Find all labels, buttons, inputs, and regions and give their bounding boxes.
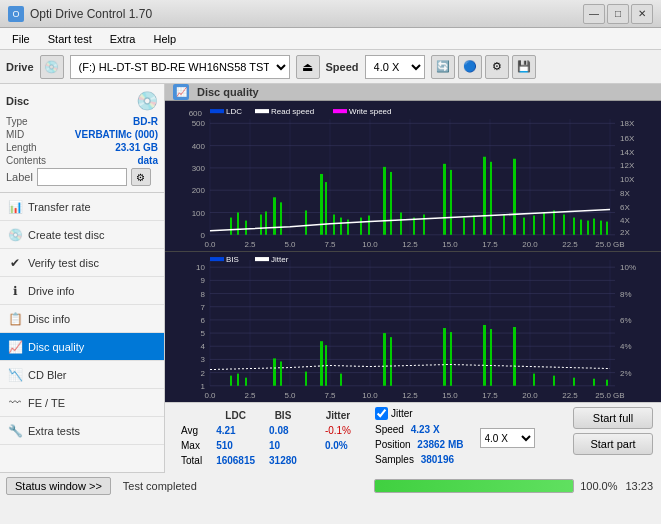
disc-length-label: Length [6,142,37,153]
disc-title: Disc [6,95,29,107]
disc-header: Disc 💿 [6,90,158,112]
svg-text:15.0: 15.0 [442,391,458,400]
jitter-checkbox-row: Jitter [375,407,464,420]
sidebar-item-cd-bler-label: CD Bler [28,369,67,381]
app-title: Opti Drive Control 1.70 [30,7,152,21]
disc-mid-value: VERBATIMc (000) [75,129,158,140]
speed-label: Speed [326,61,359,73]
start-full-button[interactable]: Start full [573,407,653,429]
menu-help[interactable]: Help [145,31,184,47]
sidebar-item-disc-quality[interactable]: 📈 Disc quality [0,333,164,361]
svg-rect-79 [580,220,582,235]
test-icon[interactable]: 🔵 [458,55,482,79]
svg-rect-60 [383,167,386,235]
samples-label: Samples [375,454,414,465]
sidebar-item-create-test-disc[interactable]: 💿 Create test disc [0,221,164,249]
svg-text:18X: 18X [620,119,635,128]
svg-rect-142 [280,361,282,385]
disc-type-label: Type [6,116,28,127]
menu-file[interactable]: File [4,31,38,47]
speed-stat-row: Speed 4.23 X [375,424,464,435]
app-icon: O [8,6,24,22]
svg-rect-77 [563,215,565,235]
svg-text:100: 100 [192,208,206,217]
svg-text:3: 3 [201,355,206,364]
speed-stat-label: Speed [375,424,404,435]
start-buttons: Start full Start part [573,407,653,469]
svg-text:0.0: 0.0 [204,240,216,249]
sidebar-item-drive-info[interactable]: ℹ Drive info [0,277,164,305]
nav-items: 📊 Transfer rate 💿 Create test disc ✔ Ver… [0,193,164,472]
menu-extra[interactable]: Extra [102,31,144,47]
svg-text:12.5: 12.5 [402,240,418,249]
svg-rect-153 [513,327,516,386]
svg-rect-155 [553,376,555,386]
svg-rect-147 [383,333,386,386]
svg-rect-150 [450,332,452,386]
svg-text:4X: 4X [620,216,630,225]
svg-rect-148 [390,337,392,386]
svg-text:Write speed: Write speed [349,107,392,116]
jitter-checkbox-label: Jitter [391,408,413,419]
refresh-icon[interactable]: 🔄 [431,55,455,79]
svg-rect-152 [490,329,492,386]
sidebar-item-drive-info-label: Drive info [28,285,74,297]
svg-rect-49 [265,211,267,234]
svg-text:0.0: 0.0 [204,391,216,400]
drive-select[interactable]: (F:) HL-DT-ST BD-RE WH16NS58 TST4 [70,55,290,79]
svg-rect-45 [230,218,232,235]
svg-rect-64 [423,215,425,235]
svg-text:4%: 4% [620,342,632,351]
disc-label-button[interactable]: ⚙ [131,168,151,186]
bis-total: 31280 [263,454,303,467]
svg-rect-90 [165,252,661,402]
svg-rect-141 [273,358,276,385]
disc-label-input[interactable] [37,168,127,186]
maximize-button[interactable]: □ [607,4,629,24]
svg-rect-51 [280,202,282,234]
total-label: Total [175,454,208,467]
titlebar-controls: — □ ✕ [583,4,653,24]
progress-bar [374,479,574,493]
minimize-button[interactable]: — [583,4,605,24]
drive-label: Drive [6,61,34,73]
svg-text:7.5: 7.5 [324,391,336,400]
stats-right: Jitter Speed 4.23 X Position 23862 MB Sa… [375,407,464,469]
svg-rect-52 [305,210,307,234]
start-part-button[interactable]: Start part [573,433,653,455]
ldc-header: LDC [210,409,261,422]
bis-max: 10 [263,439,303,452]
speed-select[interactable]: 4.0 X [365,55,425,79]
svg-text:12X: 12X [620,161,635,170]
save-icon[interactable]: 💾 [512,55,536,79]
svg-rect-70 [490,162,492,235]
svg-rect-50 [273,197,276,235]
create-test-disc-icon: 💿 [8,228,22,242]
eject-button[interactable]: ⏏ [296,55,320,79]
sidebar-item-extra-tests[interactable]: 🔧 Extra tests [0,417,164,445]
status-window-button[interactable]: Status window >> [6,477,111,495]
extra-tests-icon: 🔧 [8,424,22,438]
sidebar-item-cd-bler[interactable]: 📉 CD Bler [0,361,164,389]
sidebar-item-verify-test-disc[interactable]: ✔ Verify test disc [0,249,164,277]
svg-text:12.5: 12.5 [402,391,418,400]
sidebar-item-disc-info[interactable]: 📋 Disc info [0,305,164,333]
sidebar-item-transfer-rate[interactable]: 📊 Transfer rate [0,193,164,221]
jitter-avg: -0.1% [319,424,357,437]
menu-start-test[interactable]: Start test [40,31,100,47]
svg-rect-78 [573,218,575,235]
sidebar-item-fe-te[interactable]: 〰 FE / TE [0,389,164,417]
speed-dropdown[interactable]: 4.0 X [480,428,535,448]
settings-icon[interactable]: ⚙ [485,55,509,79]
close-button[interactable]: ✕ [631,4,653,24]
svg-rect-61 [390,172,392,235]
drive-info-icon: ℹ [8,284,22,298]
disc-quality-title: Disc quality [197,86,259,98]
svg-rect-54 [325,182,327,235]
svg-rect-83 [606,222,608,235]
svg-text:LDC: LDC [226,107,242,116]
jitter-checkbox[interactable] [375,407,388,420]
svg-rect-138 [230,376,232,386]
svg-rect-68 [473,216,475,235]
drivebar: Drive 💿 (F:) HL-DT-ST BD-RE WH16NS58 TST… [0,50,661,84]
